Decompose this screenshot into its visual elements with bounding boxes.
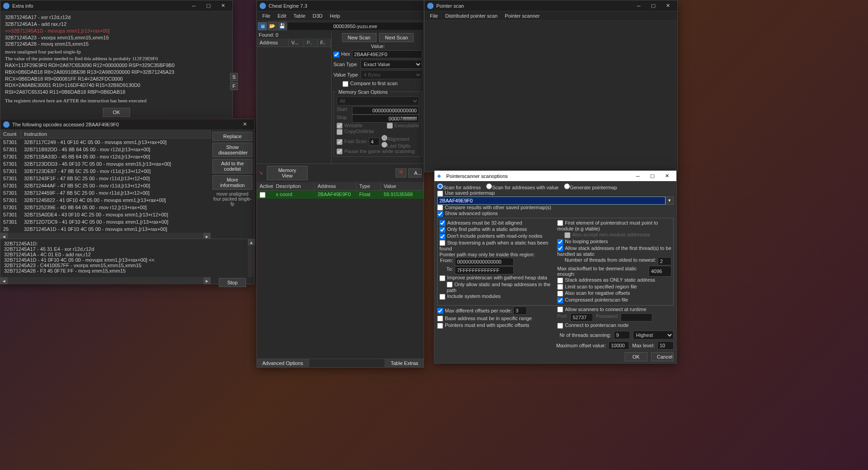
nonmodule-checkbox[interactable] bbox=[564, 232, 570, 238]
maxlvl-input[interactable] bbox=[657, 341, 674, 350]
password-input[interactable] bbox=[621, 313, 652, 321]
alignment-radio[interactable] bbox=[381, 135, 387, 141]
value-input[interactable] bbox=[352, 50, 422, 58]
show-advanced-checkbox[interactable] bbox=[437, 211, 443, 217]
to-input[interactable] bbox=[455, 266, 514, 274]
hex-checkbox[interactable] bbox=[333, 52, 339, 58]
stack-button-s[interactable]: S bbox=[230, 73, 238, 81]
menu-help[interactable]: Help bbox=[326, 12, 344, 19]
maxoff-input[interactable] bbox=[608, 341, 629, 350]
add-address-button[interactable]: A... bbox=[408, 168, 422, 177]
scan-results-list[interactable] bbox=[257, 47, 331, 160]
stack-button-f[interactable]: F bbox=[230, 82, 238, 90]
col-instruction[interactable]: Instruction bbox=[21, 130, 211, 138]
scan-value-radio[interactable] bbox=[486, 183, 492, 189]
col-description[interactable]: Description bbox=[273, 182, 315, 190]
scroll-right-icon[interactable]: ▸ bbox=[203, 233, 211, 239]
memopt-range-select[interactable]: All bbox=[337, 96, 419, 106]
scrollbar-h[interactable]: ◂ ▸ bbox=[0, 233, 211, 239]
open-file-icon[interactable]: 📂 bbox=[268, 22, 277, 30]
from-input[interactable] bbox=[455, 258, 514, 266]
stop-input[interactable] bbox=[352, 115, 419, 123]
maximize-button[interactable]: ▢ bbox=[202, 1, 215, 10]
minimize-button[interactable]: ─ bbox=[187, 1, 201, 10]
minimize-button[interactable]: ─ bbox=[631, 172, 645, 181]
close-button[interactable]: ✕ bbox=[661, 1, 675, 10]
add-codelist-button[interactable]: Add to the codelist bbox=[212, 159, 252, 173]
lastdigits-radio[interactable] bbox=[381, 142, 387, 148]
table-extras-button[interactable]: Table Extras bbox=[385, 359, 424, 367]
allow-stack-checkbox[interactable] bbox=[557, 245, 563, 251]
gen-map-radio[interactable] bbox=[564, 183, 570, 189]
col-active[interactable]: Active bbox=[257, 182, 273, 190]
fastscan-value[interactable] bbox=[369, 138, 380, 146]
cow-checkbox[interactable] bbox=[337, 129, 342, 135]
port-input[interactable] bbox=[570, 313, 593, 321]
scan-type-select[interactable]: Exact Value bbox=[361, 60, 422, 69]
minimize-button[interactable]: ─ bbox=[632, 1, 646, 10]
close-button[interactable]: ✕ bbox=[216, 1, 230, 10]
scan-address-radio[interactable] bbox=[437, 183, 443, 189]
compressed-checkbox[interactable] bbox=[557, 297, 563, 303]
open-process-icon[interactable]: 🖥 bbox=[258, 22, 267, 30]
fastscan-checkbox[interactable] bbox=[337, 139, 342, 145]
threads-input[interactable] bbox=[658, 257, 671, 265]
col-address[interactable]: Address bbox=[315, 182, 357, 190]
scrollbar-v[interactable]: ▴ bbox=[248, 239, 254, 277]
stack-only-checkbox[interactable] bbox=[557, 278, 563, 283]
menu-table[interactable]: Table bbox=[290, 12, 309, 19]
cancel-button[interactable]: Cancel bbox=[651, 352, 674, 361]
maximize-button[interactable]: ▢ bbox=[646, 1, 660, 10]
col-type[interactable]: Type bbox=[357, 182, 381, 190]
col-count[interactable]: Count bbox=[0, 130, 21, 138]
address-dropdown-button[interactable]: ▾ bbox=[665, 197, 674, 205]
stop-static-checkbox[interactable] bbox=[439, 240, 445, 246]
use-saved-checkbox[interactable] bbox=[437, 191, 443, 197]
writable-checkbox[interactable] bbox=[337, 123, 342, 129]
neg-offsets-checkbox[interactable] bbox=[557, 291, 563, 297]
scroll-up-icon[interactable]: ▴ bbox=[248, 239, 255, 245]
close-button[interactable]: ✕ bbox=[660, 172, 674, 181]
base-range-checkbox[interactable] bbox=[437, 316, 443, 321]
save-icon[interactable]: 💾 bbox=[278, 22, 287, 30]
arrow-down-icon[interactable]: ↘ bbox=[259, 170, 265, 176]
connect-node-checkbox[interactable] bbox=[557, 323, 563, 329]
show-disassembler-button[interactable]: Show disassembler bbox=[212, 143, 252, 157]
no-readonly-checkbox[interactable] bbox=[439, 234, 445, 240]
compare-first-checkbox[interactable] bbox=[342, 81, 348, 87]
col-address[interactable]: Address bbox=[257, 38, 289, 47]
opcode-list[interactable]: 5730132B7117C249 - 41 0F10 4C 05 00 - mo… bbox=[0, 139, 211, 233]
reset-icon[interactable]: ⊘ bbox=[395, 168, 406, 177]
menu-d3d[interactable]: D3D bbox=[309, 12, 326, 19]
maximize-button[interactable]: ▢ bbox=[646, 172, 659, 181]
heap-checkbox[interactable] bbox=[439, 275, 445, 281]
col-first[interactable]: F.. bbox=[318, 38, 331, 47]
menu-dist[interactable]: Distributed pointer scan bbox=[442, 12, 502, 19]
advanced-options-button[interactable]: Advanced Options bbox=[257, 359, 309, 367]
stackoff-input[interactable] bbox=[649, 266, 671, 277]
stop-button[interactable]: Stop bbox=[219, 278, 246, 287]
scroll-right-icon[interactable]: ▸ bbox=[203, 277, 211, 284]
end-offsets-checkbox[interactable] bbox=[437, 323, 443, 329]
menu-file[interactable]: File bbox=[426, 12, 442, 19]
entry-active-checkbox[interactable] bbox=[260, 192, 265, 198]
ok-button[interactable]: OK bbox=[625, 352, 647, 361]
scroll-left-icon[interactable]: ◂ bbox=[0, 233, 8, 239]
more-info-button[interactable]: More information bbox=[212, 175, 252, 190]
cheat-entry-row[interactable]: x coord 2BAAF49E9F0 Float 59.91535568 bbox=[257, 191, 424, 199]
address-input[interactable] bbox=[437, 197, 665, 205]
scroll-left-icon[interactable]: ◂ bbox=[0, 277, 8, 284]
priority-select[interactable]: Highest bbox=[633, 331, 674, 340]
col-value[interactable]: Value bbox=[381, 182, 424, 190]
executable-checkbox[interactable] bbox=[387, 123, 393, 129]
replace-button[interactable]: Replace bbox=[212, 132, 252, 141]
compare-saved-checkbox[interactable] bbox=[437, 205, 443, 211]
sysmod-checkbox[interactable] bbox=[439, 294, 445, 300]
start-input[interactable] bbox=[352, 106, 419, 115]
ok-button[interactable]: OK bbox=[103, 108, 130, 117]
next-scan-button[interactable]: Next Scan bbox=[379, 33, 414, 42]
menu-file[interactable]: File bbox=[259, 12, 274, 19]
nolooping-checkbox[interactable] bbox=[557, 239, 563, 245]
col-prev[interactable]: P.. bbox=[304, 38, 318, 47]
col-value[interactable]: V... bbox=[289, 38, 304, 47]
